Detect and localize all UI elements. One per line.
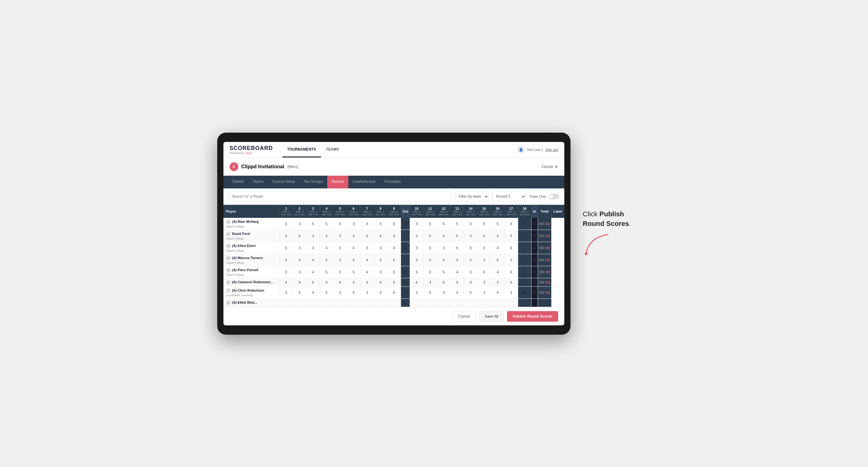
wd-label[interactable]: WD bbox=[539, 258, 545, 262]
hole-10-score[interactable] bbox=[410, 299, 424, 307]
hole-16-score[interactable]: 4 bbox=[491, 286, 504, 299]
hole-9-score[interactable]: 4 bbox=[388, 242, 401, 254]
hole-6-score[interactable]: 4 bbox=[347, 254, 361, 266]
hole-13-score[interactable] bbox=[450, 299, 464, 307]
hole-7-score[interactable]: 3 bbox=[360, 218, 374, 230]
hole-11-score[interactable]: 5 bbox=[423, 218, 437, 230]
dq-label[interactable]: DQ bbox=[546, 291, 550, 294]
hole-10-score[interactable]: 3 bbox=[410, 218, 424, 230]
tab-results[interactable]: Results bbox=[327, 176, 348, 188]
hole-2-score[interactable]: 3 bbox=[293, 254, 307, 266]
wd-label[interactable]: WD bbox=[539, 281, 545, 284]
hole-13-score[interactable]: 3 bbox=[450, 278, 464, 286]
cancel-header-button[interactable]: Cancel ✕ bbox=[541, 164, 558, 169]
dq-label[interactable]: DQ bbox=[546, 246, 550, 250]
nav-tournaments[interactable]: TOURNAMENTS bbox=[282, 142, 321, 157]
hole-6-score[interactable] bbox=[347, 299, 361, 307]
hole-16-score[interactable] bbox=[491, 299, 504, 307]
hole-8-score[interactable]: 4 bbox=[374, 230, 388, 242]
hole-9-score[interactable]: 6 bbox=[388, 286, 401, 299]
hole-14-score[interactable]: 3 bbox=[464, 278, 477, 286]
hole-3-score[interactable]: 3 bbox=[306, 242, 320, 254]
hole-5-score[interactable]: 4 bbox=[333, 218, 347, 230]
hole-17-score[interactable]: 3 bbox=[504, 266, 518, 278]
hole-12-score[interactable]: 5 bbox=[437, 278, 451, 286]
hole-15-score[interactable]: 3 bbox=[477, 254, 491, 266]
hole-7-score[interactable]: 6 bbox=[360, 230, 374, 242]
hole-4-score[interactable]: 4 bbox=[320, 242, 334, 254]
publish-round-scores-button[interactable]: Publish Round Scores bbox=[507, 311, 558, 322]
hole-2-score[interactable] bbox=[293, 299, 307, 307]
hole-1-score[interactable]: 3 bbox=[279, 286, 293, 299]
hole-8-score[interactable]: 3 bbox=[374, 242, 388, 254]
hole-12-score[interactable]: 4 bbox=[437, 230, 451, 242]
hole-15-score[interactable]: 3 bbox=[477, 286, 491, 299]
hole-13-score[interactable]: 5 bbox=[450, 242, 464, 254]
hole-17-score[interactable]: 5 bbox=[504, 230, 518, 242]
hole-3-score[interactable]: 4 bbox=[306, 266, 320, 278]
tab-teams[interactable]: Teams bbox=[248, 176, 268, 188]
hole-5-score[interactable] bbox=[333, 299, 347, 307]
hole-16-score[interactable]: 4 bbox=[491, 242, 504, 254]
hole-1-score[interactable] bbox=[279, 299, 293, 307]
hole-4-score[interactable]: 3 bbox=[320, 278, 334, 286]
hole-12-score[interactable]: 6 bbox=[437, 218, 451, 230]
hole-8-score[interactable]: 6 bbox=[374, 278, 388, 286]
hole-11-score[interactable]: 5 bbox=[423, 242, 437, 254]
hole-4-score[interactable]: 5 bbox=[320, 286, 334, 299]
wd-label[interactable]: WD bbox=[539, 234, 545, 238]
sign-out-link[interactable]: Sign out bbox=[546, 148, 558, 152]
footer-cancel-button[interactable]: Cancel bbox=[453, 311, 476, 322]
hole-4-score[interactable]: 5 bbox=[320, 254, 334, 266]
hole-12-score[interactable]: 5 bbox=[437, 266, 451, 278]
hole-10-score[interactable]: 6 bbox=[410, 278, 424, 286]
hole-3-score[interactable] bbox=[306, 299, 320, 307]
hole-16-score[interactable]: 4 bbox=[491, 266, 504, 278]
hole-3-score[interactable]: 5 bbox=[306, 278, 320, 286]
hole-12-score[interactable]: 3 bbox=[437, 286, 451, 299]
hole-10-score[interactable]: 5 bbox=[410, 266, 424, 278]
hole-6-score[interactable]: 3 bbox=[347, 278, 361, 286]
hole-13-score[interactable]: 5 bbox=[450, 218, 464, 230]
hole-4-score[interactable] bbox=[320, 299, 334, 307]
tab-course-setup[interactable]: Course Setup bbox=[268, 176, 299, 188]
hole-15-score[interactable]: 5 bbox=[477, 230, 491, 242]
hole-14-score[interactable]: 5 bbox=[464, 286, 477, 299]
hole-2-score[interactable]: 3 bbox=[293, 266, 307, 278]
search-input[interactable] bbox=[228, 191, 452, 201]
hole-17-score[interactable]: 3 bbox=[504, 218, 518, 230]
hole-8-score[interactable] bbox=[374, 299, 388, 307]
hole-7-score[interactable]: 4 bbox=[360, 254, 374, 266]
hole-12-score[interactable] bbox=[437, 299, 451, 307]
hole-17-score[interactable]: 3 bbox=[504, 254, 518, 266]
hole-9-score[interactable]: 5 bbox=[388, 278, 401, 286]
totals-only-toggle[interactable] bbox=[548, 194, 559, 199]
hole-15-score[interactable]: 5 bbox=[477, 266, 491, 278]
hole-11-score[interactable]: 5 bbox=[423, 254, 437, 266]
hole-4-score[interactable]: 5 bbox=[320, 266, 334, 278]
hole-7-score[interactable]: 3 bbox=[360, 278, 374, 286]
hole-5-score[interactable]: 3 bbox=[333, 254, 347, 266]
hole-13-score[interactable]: 3 bbox=[450, 254, 464, 266]
hole-7-score[interactable] bbox=[360, 299, 374, 307]
dq-label[interactable]: DQ bbox=[546, 222, 550, 226]
hole-11-score[interactable]: 5 bbox=[423, 286, 437, 299]
hole-3-score[interactable]: 3 bbox=[306, 230, 320, 242]
wd-label[interactable]: WD bbox=[539, 222, 545, 226]
hole-9-score[interactable]: 5 bbox=[388, 266, 401, 278]
hole-15-score[interactable]: 5 bbox=[477, 218, 491, 230]
tab-details[interactable]: Details bbox=[228, 176, 249, 188]
hole-4-score[interactable]: 4 bbox=[320, 230, 334, 242]
dq-label[interactable]: DQ bbox=[546, 234, 550, 238]
hole-2-score[interactable]: 4 bbox=[293, 286, 307, 299]
hole-1-score[interactable]: 3 bbox=[279, 218, 293, 230]
hole-3-score[interactable]: 4 bbox=[306, 286, 320, 299]
wd-label[interactable]: WD bbox=[539, 291, 545, 294]
hole-11-score[interactable]: 5 bbox=[423, 230, 437, 242]
hole-5-score[interactable]: 3 bbox=[333, 266, 347, 278]
hole-10-score[interactable]: 3 bbox=[410, 230, 424, 242]
hole-16-score[interactable]: 3 bbox=[491, 278, 504, 286]
tab-printables[interactable]: Printables bbox=[380, 176, 405, 188]
hole-3-score[interactable]: 5 bbox=[306, 218, 320, 230]
hole-6-score[interactable]: 3 bbox=[347, 230, 361, 242]
